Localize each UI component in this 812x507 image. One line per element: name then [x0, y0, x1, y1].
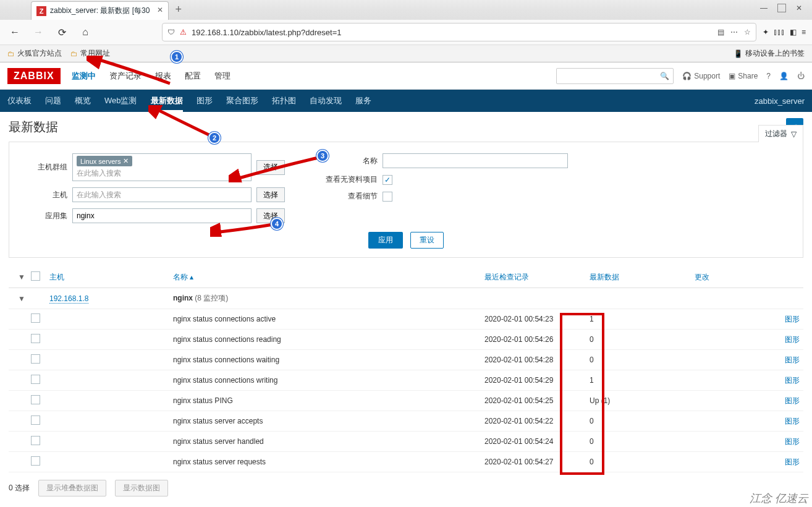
zabbix-favicon: Z [36, 6, 46, 16]
header-host[interactable]: 主机 [49, 273, 64, 281]
row-checkbox[interactable] [31, 395, 40, 404]
show-no-data-checkbox[interactable]: ✓ [383, 175, 392, 185]
item-name: nginx status connections waiting [173, 356, 484, 364]
show-details-checkbox[interactable] [383, 192, 392, 202]
sub-menu-item[interactable]: 仪表板 [7, 90, 32, 112]
zabbix-logo[interactable]: ZABBIX [7, 68, 61, 84]
home-icon[interactable]: ⌂ [77, 23, 94, 41]
expand-all-icon[interactable]: ▼ [12, 273, 31, 281]
last-data: 0 [590, 417, 695, 425]
last-data: Up (1) [590, 396, 695, 405]
graph-link[interactable]: 图形 [785, 376, 800, 385]
browser-chrome: Z zabbix_server: 最新数据 [每30 ✕ + — ✕ ← → ⟳… [0, 0, 812, 62]
app-label: 应用集 [24, 211, 67, 221]
user-icon[interactable]: 👤 [779, 72, 789, 80]
table-row: nginx status connections waiting2020-02-… [9, 350, 803, 370]
row-checkbox[interactable] [31, 354, 40, 364]
table-header: ▼ 主机 名称 ▴ 最近检查记录 最新数据 更改 [9, 266, 803, 288]
graph-link[interactable]: 图形 [785, 417, 800, 425]
graph-link[interactable]: 图形 [785, 356, 800, 364]
maximize-icon[interactable] [777, 4, 786, 12]
more-icon[interactable]: ⋯ [730, 28, 738, 36]
table-row: nginx status server handled2020-02-01 00… [9, 432, 803, 452]
close-icon[interactable]: ✕ [157, 6, 163, 14]
power-icon[interactable]: ⏻ [797, 72, 805, 80]
sub-menu-item[interactable]: 拓扑图 [272, 90, 296, 112]
filter-panel: 过滤器 ▽ 主机群组 Linux servers ✕ 在此输入搜索 选择 主机 … [9, 142, 803, 258]
row-checkbox[interactable] [31, 334, 40, 343]
sub-menu-item[interactable]: Web监测 [104, 90, 137, 112]
reader-icon[interactable]: ▤ [717, 28, 724, 36]
apply-button[interactable]: 应用 [368, 232, 403, 249]
graph-link[interactable]: 图形 [785, 458, 800, 466]
shield-icon[interactable]: 🛡 [167, 28, 175, 36]
header-change[interactable]: 更改 [695, 273, 709, 281]
minimize-icon[interactable]: — [760, 4, 768, 12]
table-row: nginx status connections active2020-02-0… [9, 309, 803, 330]
hostgroup-select-button[interactable]: 选择 [256, 160, 285, 175]
help-icon[interactable]: ? [766, 72, 771, 80]
reload-icon[interactable]: ⟳ [53, 23, 70, 41]
host-select-button[interactable]: 选择 [256, 187, 285, 202]
support-link[interactable]: 🎧 Support [682, 72, 720, 80]
selection-count: 0 选择 [9, 483, 30, 493]
forward-icon[interactable]: → [30, 23, 47, 41]
group-row: ▼ 192.168.1.8 nginx (8 监控项) [9, 288, 803, 309]
close-window-icon[interactable]: ✕ [796, 4, 802, 12]
collapse-icon[interactable]: ▼ [12, 294, 31, 303]
graph-link[interactable]: 图形 [785, 315, 800, 323]
item-name: nginx status connections writing [173, 376, 484, 385]
sub-menu-item[interactable]: 聚合图形 [226, 90, 258, 112]
row-checkbox[interactable] [31, 415, 40, 425]
reset-button[interactable]: 重设 [410, 232, 444, 249]
window-controls: — ✕ [760, 4, 802, 12]
remove-chip-icon[interactable]: ✕ [123, 157, 129, 165]
row-checkbox[interactable] [31, 456, 40, 466]
url-field[interactable]: 🛡 ⚠ 192.168.1.10/zabbix/latest.php?ddres… [162, 23, 756, 41]
sub-menu-item[interactable]: 最新数据 [151, 90, 183, 112]
row-checkbox[interactable] [31, 313, 40, 323]
name-label: 名称 [322, 156, 378, 166]
top-menu-item[interactable]: 管理 [214, 63, 230, 89]
filter-icon: ▽ [791, 130, 797, 138]
select-all-checkbox[interactable] [31, 271, 40, 281]
name-input[interactable] [383, 153, 568, 168]
bookmark-common[interactable]: 🗀常用网址 [70, 48, 110, 59]
bookmark-mobile[interactable]: 📱移动设备上的书签 [734, 48, 805, 59]
header-last-check[interactable]: 最近检查记录 [484, 273, 529, 281]
header-name[interactable]: 名称 ▴ [173, 273, 193, 281]
host-input[interactable]: 在此输入搜索 [72, 187, 252, 202]
share-link[interactable]: ▣ Share [729, 72, 758, 80]
menu-icon[interactable]: ≡ [801, 28, 806, 36]
extension-icon[interactable]: ✦ [763, 28, 769, 36]
graph-link[interactable]: 图形 [785, 335, 800, 344]
library-icon[interactable]: ⫿⫿⫿ [774, 28, 785, 36]
graph-link[interactable]: 图形 [785, 437, 800, 446]
top-menu-item[interactable]: 资产记录 [109, 63, 142, 89]
host-link[interactable]: 192.168.1.8 [49, 294, 88, 304]
filter-toggle[interactable]: 过滤器 ▽ [758, 125, 803, 142]
hostgroup-chip[interactable]: Linux servers ✕ [77, 156, 132, 166]
new-tab-button[interactable]: + [169, 0, 188, 20]
header-last-data[interactable]: 最新数据 [590, 273, 619, 281]
hostgroup-input[interactable]: Linux servers ✕ 在此输入搜索 [72, 153, 252, 181]
top-menu-item[interactable]: 监测中 [72, 63, 96, 89]
sub-menu-item[interactable]: 自动发现 [310, 90, 342, 112]
graph-link[interactable]: 图形 [785, 396, 800, 405]
sub-menu-item[interactable]: 概览 [75, 90, 91, 112]
bookmark-firefox[interactable]: 🗀火狐官方站点 [7, 48, 62, 59]
browser-tab[interactable]: Z zabbix_server: 最新数据 [每30 ✕ [31, 1, 169, 20]
global-search[interactable]: 🔍 [556, 68, 674, 84]
back-icon[interactable]: ← [6, 23, 23, 41]
top-menu-item[interactable]: 报表 [155, 63, 171, 89]
sub-menu-item[interactable]: 图形 [197, 90, 213, 112]
app-input[interactable] [72, 208, 252, 223]
row-checkbox[interactable] [31, 375, 40, 384]
search-icon: 🔍 [660, 72, 669, 80]
sub-menu-item[interactable]: 服务 [355, 90, 371, 112]
sub-menu-item[interactable]: 问题 [45, 90, 61, 112]
top-menu-item[interactable]: 配置 [185, 63, 201, 89]
star-icon[interactable]: ☆ [744, 28, 751, 36]
row-checkbox[interactable] [31, 436, 40, 445]
sidebar-icon[interactable]: ◧ [790, 28, 797, 36]
